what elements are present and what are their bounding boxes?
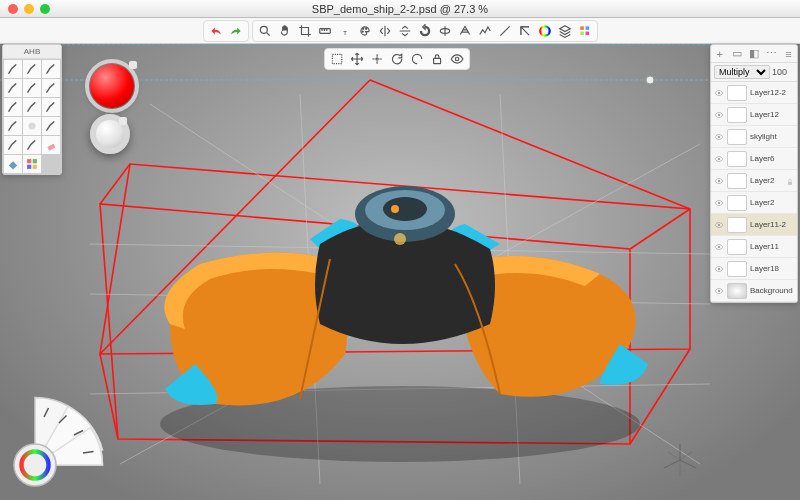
lock-tool[interactable] — [428, 50, 446, 68]
brush-pen[interactable] — [42, 60, 60, 78]
layers-panel: + ▭ ◧ ⋯ ≡ Multiply 100 Layer12-2Layer12s… — [710, 44, 798, 303]
rotate-tool[interactable] — [388, 50, 406, 68]
layer-visibility-icon[interactable] — [714, 110, 724, 120]
svg-point-36 — [376, 58, 378, 60]
brush-tex[interactable] — [4, 136, 22, 154]
folder-button[interactable]: ▭ — [728, 47, 745, 60]
brush-color[interactable] — [23, 155, 41, 173]
marking-menu[interactable] — [0, 390, 110, 500]
layer-thumbnail — [727, 107, 747, 123]
layer-thumbnail — [727, 129, 747, 145]
horizon-guide[interactable] — [62, 44, 710, 45]
layer-visibility-icon[interactable] — [714, 220, 724, 230]
primary-color-puck[interactable] — [90, 64, 134, 108]
layer-row[interactable]: Layer6 — [711, 148, 797, 170]
svg-rect-50 — [788, 181, 792, 184]
blend-mode-select[interactable]: Multiply — [714, 65, 770, 79]
gradient-tool[interactable] — [516, 22, 534, 40]
layer-row[interactable]: Layer2 — [711, 192, 797, 214]
layer-thumbnail — [727, 239, 747, 255]
close-window-button[interactable] — [8, 4, 18, 14]
layer-row[interactable]: Background — [711, 280, 797, 302]
crop-tool[interactable] — [296, 22, 314, 40]
rotate-num-tool[interactable] — [408, 50, 426, 68]
more-layer-button[interactable]: ⋯ — [763, 47, 780, 60]
brush-erase[interactable] — [42, 136, 60, 154]
grid-editor-button[interactable] — [576, 22, 594, 40]
add-layer-button[interactable]: + — [711, 48, 728, 60]
layer-visibility-icon[interactable] — [714, 264, 724, 274]
svg-rect-15 — [585, 26, 589, 30]
layer-visibility-icon[interactable] — [714, 88, 724, 98]
color-pucks — [90, 64, 134, 160]
rotate-button[interactable] — [416, 22, 434, 40]
layers-button[interactable] — [556, 22, 574, 40]
opacity-value[interactable]: 100 — [772, 67, 794, 77]
text-tool[interactable]: T — [336, 22, 354, 40]
visibility-tool[interactable] — [448, 50, 466, 68]
undo-button[interactable] — [207, 22, 225, 40]
maximize-window-button[interactable] — [40, 4, 50, 14]
line-tool[interactable] — [496, 22, 514, 40]
secondary-color-puck[interactable] — [90, 114, 130, 154]
layer-name: Layer2 — [750, 176, 783, 185]
layer-row[interactable]: Layer2 — [711, 170, 797, 192]
layer-row[interactable]: Layer12 — [711, 104, 797, 126]
brush-dots[interactable] — [23, 98, 41, 116]
layer-menu-button[interactable]: ≡ — [780, 48, 797, 60]
brush-marker[interactable] — [23, 60, 41, 78]
layer-visibility-icon[interactable] — [714, 198, 724, 208]
brush-line-fine[interactable] — [42, 98, 60, 116]
minimize-window-button[interactable] — [24, 4, 34, 14]
svg-line-59 — [680, 460, 696, 468]
brush-smudge[interactable] — [23, 136, 41, 154]
brush-wash[interactable] — [4, 117, 22, 135]
svg-point-34 — [394, 233, 406, 245]
image-layer-button[interactable]: ◧ — [745, 47, 762, 60]
ruler-tool[interactable] — [316, 22, 334, 40]
layer-visibility-icon[interactable] — [714, 286, 724, 296]
svg-point-53 — [718, 246, 720, 248]
brush-ink[interactable] — [4, 79, 22, 97]
layer-thumbnail — [727, 151, 747, 167]
brush-pencil[interactable] — [4, 60, 22, 78]
move-tool[interactable] — [348, 50, 366, 68]
layer-row[interactable]: Layer11 — [711, 236, 797, 258]
layer-thumbnail — [727, 261, 747, 277]
perspective-tool[interactable] — [456, 22, 474, 40]
svg-rect-41 — [27, 159, 31, 163]
brush-air[interactable] — [23, 117, 41, 135]
svg-rect-37 — [434, 58, 441, 63]
brush-brush-hard[interactable] — [42, 79, 60, 97]
svg-point-46 — [718, 114, 720, 116]
brush-fill[interactable] — [4, 155, 22, 173]
layer-visibility-icon[interactable] — [714, 154, 724, 164]
redo-button[interactable] — [227, 22, 245, 40]
zoom-tool[interactable] — [256, 22, 274, 40]
layer-visibility-icon[interactable] — [714, 132, 724, 142]
svg-rect-43 — [27, 165, 31, 169]
brush-brush-soft[interactable] — [23, 79, 41, 97]
layer-visibility-icon[interactable] — [714, 242, 724, 252]
hand-tool[interactable] — [276, 22, 294, 40]
layer-name: Background — [750, 286, 794, 295]
layer-visibility-icon[interactable] — [714, 176, 724, 186]
nav-gizmo[interactable] — [660, 440, 700, 480]
center-tool[interactable] — [368, 50, 386, 68]
layer-row[interactable]: skylight — [711, 126, 797, 148]
layer-row[interactable]: Layer12-2 — [711, 82, 797, 104]
color-palette-tool[interactable] — [356, 22, 374, 40]
brush-blob[interactable] — [4, 98, 22, 116]
layer-row[interactable]: Layer11-2 — [711, 214, 797, 236]
ellipse-guide-tool[interactable] — [436, 22, 454, 40]
brush-wide[interactable] — [42, 117, 60, 135]
layer-thumbnail — [727, 173, 747, 189]
layer-row[interactable]: Layer18 — [711, 258, 797, 280]
svg-point-55 — [718, 290, 720, 292]
flip-vertical-button[interactable] — [396, 22, 414, 40]
flip-horizontal-button[interactable] — [376, 22, 394, 40]
color-ring-button[interactable] — [536, 22, 554, 40]
svg-point-9 — [362, 31, 363, 32]
select-rect-tool[interactable] — [328, 50, 346, 68]
polyline-tool[interactable] — [476, 22, 494, 40]
